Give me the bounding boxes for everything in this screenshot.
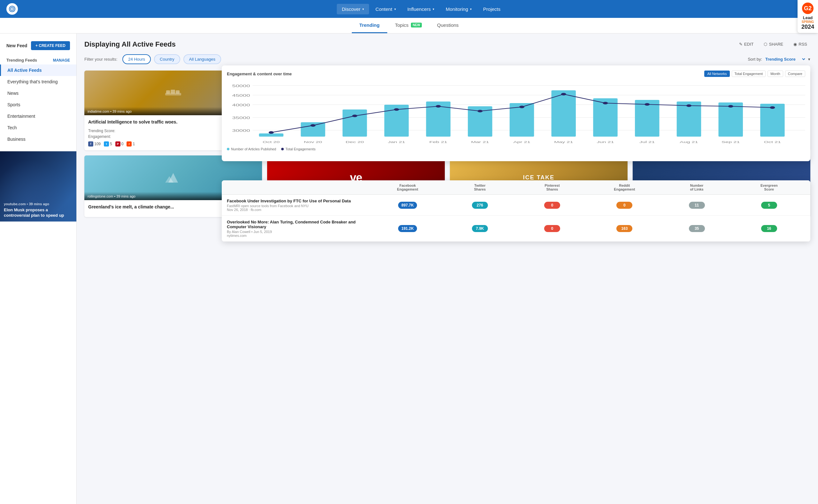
sidebar: New Feed + CREATE FEED Trending Feeds MA…	[0, 34, 77, 504]
facebook-icon: f	[88, 141, 93, 147]
chart-area: 50000 45000 40000 35000 30000	[227, 81, 805, 145]
chart-filter-total-engagement[interactable]: Total Engagement	[732, 71, 766, 77]
g2-season: SPRING	[801, 20, 814, 24]
chart-filter-all-networks[interactable]: All Networks	[704, 71, 730, 77]
table-col-evergreen: EvergreenScore	[733, 184, 805, 191]
svg-text:Oct 21: Oct 21	[764, 140, 781, 144]
filter-all-languages[interactable]: All Languages	[183, 54, 221, 64]
share-button[interactable]: ⬡ SHARE	[761, 40, 786, 49]
svg-text:Jun 21: Jun 21	[596, 140, 614, 144]
table-row1-reddit: 0	[588, 202, 661, 209]
table-row1-sub: FastMRI open source tools from Facebook …	[227, 204, 372, 208]
table-row[interactable]: Facebook Under Investigation by FTC for …	[222, 195, 810, 216]
tab-topics[interactable]: Topics NEW	[387, 18, 429, 33]
svg-point-36	[269, 131, 274, 134]
sort-label: Sort by:	[748, 57, 762, 62]
svg-text:Jan 21: Jan 21	[388, 140, 405, 144]
reddit-metric-badge: 0	[617, 202, 633, 209]
nav-discover[interactable]: Discover ▾	[337, 4, 369, 14]
svg-text:45000: 45000	[232, 94, 250, 97]
sidebar-item-entertainment[interactable]: Entertainment	[0, 110, 76, 122]
legend-articles-label: Number of Articles Published	[231, 147, 276, 151]
rss-button[interactable]: ◉ RSS	[790, 40, 810, 49]
svg-text:Sep 21: Sep 21	[722, 140, 740, 144]
nav-projects[interactable]: Projects	[478, 4, 505, 14]
filter-country[interactable]: Country	[154, 54, 180, 64]
chart-overlay: Engagement & content over time All Netwo…	[222, 65, 810, 161]
table-row2-links: 35	[661, 225, 733, 232]
chart-filter-buttons: All Networks Total Engagement Month Comp…	[704, 71, 805, 77]
sort-select[interactable]: Trending Score Total Engagement Date	[764, 56, 806, 62]
evergreen-metric-badge: 5	[761, 202, 777, 209]
svg-text:Mar 21: Mar 21	[471, 140, 489, 144]
new-feed-section: New Feed + CREATE FEED	[0, 39, 76, 53]
svg-text:Apr 21: Apr 21	[513, 140, 530, 144]
g2-label: Lead	[801, 15, 814, 20]
pinterest-icon: P	[115, 141, 120, 147]
card1-rd: r 1	[126, 141, 135, 147]
page-header: Displaying All Active Feeds ✎ EDIT ⬡ SHA…	[84, 40, 810, 49]
edit-icon: ✎	[739, 42, 743, 47]
tab-questions[interactable]: Questions	[429, 18, 466, 33]
pinterest-metric-badge: 0	[544, 202, 560, 209]
sidebar-item-tech[interactable]: Tech	[0, 122, 76, 133]
chart-title: Engagement & content over time	[227, 71, 292, 76]
sort-chevron-icon: ▾	[808, 57, 810, 62]
nav-monitoring[interactable]: Monitoring ▾	[441, 4, 477, 14]
influencers-chevron-icon: ▾	[433, 7, 434, 11]
nav-influencers[interactable]: Influencers ▾	[402, 4, 439, 14]
app-logo[interactable]	[6, 3, 18, 15]
manage-button[interactable]: MANAGE	[53, 58, 70, 63]
sort-bar: Sort by: Trending Score Total Engagement…	[748, 56, 810, 62]
reddit-icon: r	[126, 141, 132, 147]
table-col-reddit: RedditEngagement	[588, 184, 661, 191]
svg-point-41	[477, 110, 482, 112]
card1-engagement-label: Engagement:	[88, 134, 111, 139]
content-chevron-icon: ▾	[394, 7, 396, 11]
share-icon: ⬡	[764, 42, 767, 47]
svg-point-2	[11, 8, 13, 10]
sidebar-item-all-active[interactable]: All Active Feeds	[0, 64, 76, 76]
card1-trending-label: Trending Score:	[88, 129, 115, 133]
sidebar-bottom-card[interactable]: youtube.com • 39 mins ago Elon Musk prop…	[0, 151, 76, 222]
table-row1-title: Facebook Under Investigation by FTC for …	[227, 199, 372, 203]
table-row[interactable]: Overlooked No More: Alan Turing, Condemn…	[222, 216, 810, 242]
legend-engagements-dot	[281, 148, 284, 150]
filter-24h[interactable]: 24 Hours	[122, 54, 151, 64]
table-row1-pinterest: 0	[516, 202, 588, 209]
table-col-pinterest: PinterestShares	[516, 184, 588, 191]
svg-text:35000: 35000	[232, 116, 250, 120]
table-row2-title: Overlooked No More: Alan Turing, Condemn…	[227, 220, 372, 229]
sidebar-item-everything[interactable]: Everything that's trending	[0, 76, 76, 87]
create-feed-button[interactable]: + CREATE FEED	[31, 41, 70, 50]
legend-engagements: Total Engagements	[281, 147, 315, 151]
table-row2-facebook: 191.2K	[372, 225, 444, 232]
table-row2-source: nytimes.com	[227, 234, 372, 237]
sidebar-item-business[interactable]: Business	[0, 133, 76, 145]
sidebar-item-news[interactable]: News	[0, 87, 76, 99]
svg-point-38	[352, 115, 357, 117]
svg-rect-5	[170, 90, 175, 94]
sidebar-item-sports[interactable]: Sports	[0, 99, 76, 110]
links-metric-badge: 11	[689, 202, 705, 209]
nav-content[interactable]: Content ▾	[370, 4, 401, 14]
engagement-table-overlay: FacebookEngagement TwitterShares Pintere…	[222, 180, 810, 242]
tab-trending[interactable]: Trending	[352, 18, 387, 33]
trending-feeds-header: Trending Feeds MANAGE	[0, 54, 76, 64]
discover-chevron-icon: ▾	[362, 7, 364, 11]
chart-filter-compare[interactable]: Compare	[785, 71, 805, 77]
svg-text:Nov 20: Nov 20	[304, 140, 322, 144]
app-header: Discover ▾ Content ▾ Influencers ▾ Monit…	[0, 0, 818, 18]
table-row1-evergreen: 5	[733, 202, 805, 209]
pinterest-metric-badge: 0	[544, 225, 560, 232]
svg-point-45	[645, 103, 650, 106]
svg-text:50000: 50000	[232, 84, 250, 88]
legend-articles: Number of Articles Published	[227, 147, 276, 151]
facebook-metric-badge: 897.7K	[398, 202, 417, 209]
g2-logo: G2	[802, 3, 814, 14]
svg-point-47	[728, 105, 733, 108]
edit-button[interactable]: ✎ EDIT	[736, 40, 757, 49]
main-nav: Discover ▾ Content ▾ Influencers ▾ Monit…	[31, 4, 812, 14]
twitter-metric-badge: 276	[472, 202, 488, 209]
chart-filter-month[interactable]: Month	[768, 71, 783, 77]
